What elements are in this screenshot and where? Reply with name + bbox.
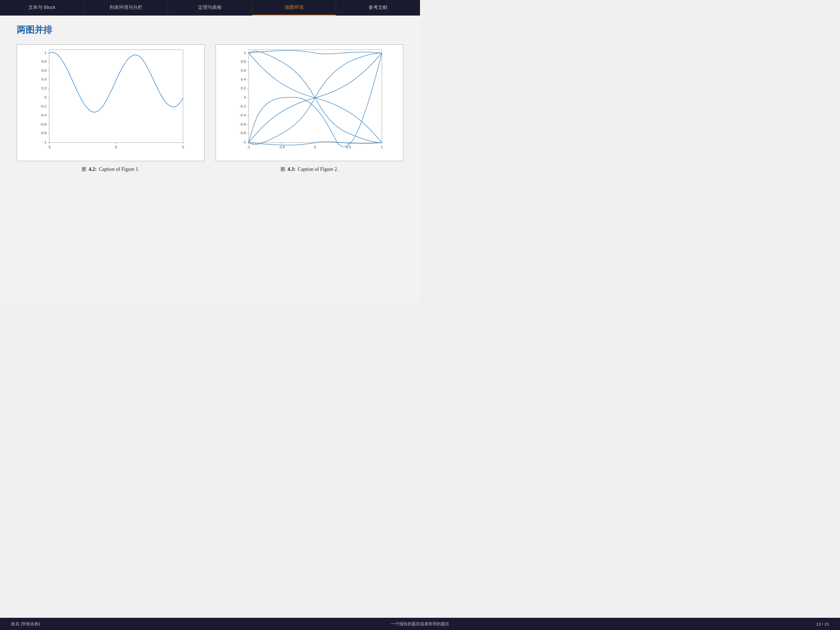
fig2-text: Caption of Figure 2.	[298, 166, 338, 172]
svg-text:0: 0	[115, 145, 117, 149]
svg-text:-1: -1	[247, 145, 250, 149]
nav-label-theorem-table: 定理与表格	[198, 4, 222, 11]
svg-text:-0.8: -0.8	[240, 131, 246, 135]
svg-text:0: 0	[244, 95, 246, 99]
svg-text:0.6: 0.6	[241, 68, 246, 73]
nav-label-figure-env: 插图环境	[285, 4, 304, 11]
svg-text:1: 1	[244, 51, 246, 55]
figure-1-caption: 图 4.2: Caption of Figure 1.	[82, 166, 139, 172]
svg-text:0.4: 0.4	[241, 77, 246, 81]
svg-text:1: 1	[381, 145, 383, 149]
figure-2-wrapper: 1 0.8 0.6 0.4 0.2 0 -0.2 -0.4 -0.6 -0.8 …	[216, 44, 403, 172]
svg-text:-0.5: -0.5	[279, 145, 285, 149]
fig1-text: Caption of Figure 1.	[99, 166, 139, 172]
svg-text:0: 0	[314, 145, 316, 149]
svg-text:0.4: 0.4	[41, 77, 46, 81]
fig1-number: 4.2:	[88, 166, 97, 172]
nav-item-references[interactable]: 参考文献	[336, 0, 420, 16]
svg-text:1: 1	[44, 51, 46, 55]
svg-text:0.2: 0.2	[241, 86, 246, 90]
svg-text:0.5: 0.5	[346, 145, 351, 149]
svg-text:-0.4: -0.4	[240, 113, 246, 117]
nav-item-theorem-table[interactable]: 定理与表格	[168, 0, 252, 16]
fig2-number: 4.3:	[287, 166, 295, 172]
svg-text:-0.2: -0.2	[240, 104, 246, 108]
page-title: 两图并排	[17, 24, 403, 36]
svg-text:-1: -1	[43, 140, 47, 144]
figure-1-wrapper: 1 0.8 0.6 0.4 0.2 0 -0.2 -0.4 -0.6 -0.8 …	[17, 44, 204, 172]
svg-text:0.8: 0.8	[241, 60, 246, 64]
svg-text:-0.4: -0.4	[40, 113, 46, 117]
figure-2-caption: 图 4.3: Caption of Figure 2.	[281, 166, 338, 172]
nav-item-figure-env[interactable]: 插图环境	[252, 0, 336, 16]
svg-text:0.2: 0.2	[41, 86, 46, 90]
navbar: 文本与 Block 列表环境与分栏 定理与表格 插图环境 参考文献	[0, 0, 420, 16]
fig2-label: 图	[281, 166, 285, 172]
nav-item-text-block[interactable]: 文本与 Block	[0, 0, 84, 16]
svg-text:-0.6: -0.6	[40, 122, 46, 126]
svg-text:0: 0	[44, 95, 46, 99]
nav-item-list-env[interactable]: 列表环境与分栏	[84, 0, 168, 16]
svg-text:0.8: 0.8	[41, 60, 46, 64]
figure-2-chart: 1 0.8 0.6 0.4 0.2 0 -0.2 -0.4 -0.6 -0.8 …	[216, 44, 403, 161]
svg-text:-0.8: -0.8	[40, 131, 46, 135]
nav-label-references: 参考文献	[369, 4, 387, 11]
svg-text:0.6: 0.6	[41, 68, 46, 73]
figure-1-chart: 1 0.8 0.6 0.4 0.2 0 -0.2 -0.4 -0.6 -0.8 …	[17, 44, 204, 161]
fig1-label: 图	[82, 166, 86, 172]
figures-container: 1 0.8 0.6 0.4 0.2 0 -0.2 -0.4 -0.6 -0.8 …	[17, 44, 403, 172]
svg-text:-0.2: -0.2	[40, 104, 46, 108]
svg-text:-5: -5	[47, 145, 51, 149]
main-content: 两图并排 1 0.8 0.6 0.4 0.2 0 -0.2 -0.4	[0, 16, 420, 303]
nav-label-text-block: 文本与 Block	[28, 4, 55, 11]
svg-text:5: 5	[182, 145, 184, 149]
nav-label-list-env: 列表环境与分栏	[109, 4, 142, 11]
svg-rect-0	[33, 45, 188, 161]
svg-text:-0.6: -0.6	[240, 122, 246, 126]
svg-text:-1: -1	[243, 140, 246, 144]
